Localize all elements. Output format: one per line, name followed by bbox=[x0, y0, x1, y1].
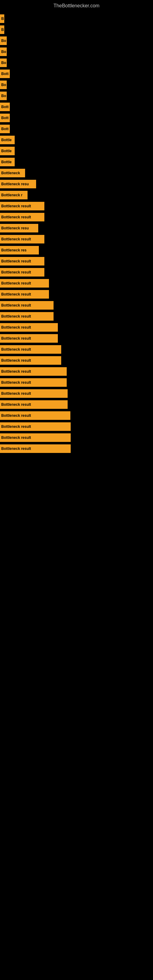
bar-row: Bottleneck result bbox=[0, 311, 153, 322]
bar-label: Bottle bbox=[0, 158, 15, 166]
bar-label: Bottleneck result bbox=[0, 202, 45, 210]
bar-row: Bottle bbox=[0, 156, 153, 167]
bar-label: Bottleneck result bbox=[0, 323, 58, 332]
bar-label: Bottle bbox=[0, 147, 15, 155]
bar-row: Bottleneck bbox=[0, 167, 153, 178]
bar-row: Bottleneck resu bbox=[0, 178, 153, 189]
bar-label: Bottleneck result bbox=[0, 444, 71, 453]
bar-row: Bottleneck result bbox=[0, 421, 153, 432]
bar-row: Bott bbox=[0, 123, 153, 134]
bar-label: Bottleneck result bbox=[0, 235, 45, 243]
bar-label: Bottleneck result bbox=[0, 312, 54, 321]
bar-label: Bo bbox=[0, 81, 7, 89]
bar-row: B bbox=[0, 24, 153, 35]
bar-row: Bottleneck r bbox=[0, 189, 153, 200]
bars-container: BBBoBoBoBottBoBoBottBottBottBottleBottle… bbox=[0, 10, 153, 457]
bar-row: Bo bbox=[0, 90, 153, 101]
bar-label: Bottle bbox=[0, 136, 15, 144]
bar-label: Bottleneck res bbox=[0, 246, 39, 255]
bar-label: Bo bbox=[0, 59, 7, 67]
bar-label: Bottleneck result bbox=[0, 345, 61, 354]
bar-label: Bottleneck result bbox=[0, 411, 70, 420]
bar-label: Bottleneck result bbox=[0, 334, 58, 343]
bar-row: Bottleneck result bbox=[0, 256, 153, 267]
bar-label: Bottleneck result bbox=[0, 422, 71, 431]
bar-row: Bottleneck result bbox=[0, 289, 153, 300]
bar-label: Bott bbox=[0, 114, 10, 122]
bar-row: B bbox=[0, 13, 153, 24]
bar-label: Bottleneck bbox=[0, 169, 25, 177]
bar-row: Bottleneck result bbox=[0, 267, 153, 278]
bar-label: Bottleneck resu bbox=[0, 224, 38, 232]
bar-row: Bo bbox=[0, 79, 153, 90]
bar-row: Bottleneck result bbox=[0, 212, 153, 223]
bar-row: Bottleneck result bbox=[0, 399, 153, 410]
bar-label: Bottleneck r bbox=[0, 191, 27, 199]
bar-label: Bott bbox=[0, 103, 10, 111]
bar-row: Bottleneck result bbox=[0, 344, 153, 355]
site-title: TheBottlenecker.com bbox=[0, 0, 153, 10]
bar-row: Bottleneck result bbox=[0, 300, 153, 311]
bar-row: Bott bbox=[0, 68, 153, 79]
bar-label: Bottleneck result bbox=[0, 301, 54, 310]
bar-row: Bottleneck result bbox=[0, 410, 153, 421]
bar-row: Bott bbox=[0, 101, 153, 112]
bar-row: Bottleneck result bbox=[0, 388, 153, 399]
bar-row: Bottleneck result bbox=[0, 432, 153, 443]
bar-row: Bottleneck result bbox=[0, 322, 153, 333]
bar-row: Bottleneck result bbox=[0, 377, 153, 388]
bar-row: Bottleneck resu bbox=[0, 223, 153, 234]
bar-label: Bottleneck result bbox=[0, 433, 71, 442]
bar-row: Bottleneck result bbox=[0, 355, 153, 366]
bar-label: Bottleneck result bbox=[0, 279, 49, 288]
bar-label: Bott bbox=[0, 125, 10, 133]
bar-row: Bottleneck result bbox=[0, 278, 153, 289]
bar-row: Bottleneck res bbox=[0, 245, 153, 256]
bar-row: Bottleneck result bbox=[0, 366, 153, 377]
bar-row: Bottleneck result bbox=[0, 234, 153, 245]
bar-label: Bott bbox=[0, 70, 10, 78]
bar-row: Bo bbox=[0, 35, 153, 46]
bar-label: Bottleneck result bbox=[0, 400, 68, 409]
bar-row: Bottleneck result bbox=[0, 443, 153, 454]
bar-label: Bottleneck result bbox=[0, 290, 49, 299]
bar-label: Bo bbox=[0, 92, 7, 100]
bar-label: Bottleneck result bbox=[0, 268, 45, 277]
bar-label: B bbox=[0, 14, 4, 23]
bar-label: Bottleneck result bbox=[0, 378, 67, 387]
bar-label: Bottleneck resu bbox=[0, 180, 36, 188]
bar-row: Bo bbox=[0, 46, 153, 57]
bar-row: Bo bbox=[0, 57, 153, 68]
bar-label: Bo bbox=[0, 48, 7, 56]
bar-row: Bottle bbox=[0, 134, 153, 145]
bar-label: Bottleneck result bbox=[0, 257, 45, 266]
bar-row: Bottleneck result bbox=[0, 200, 153, 212]
bar-label: Bottleneck result bbox=[0, 356, 61, 365]
bar-row: Bottle bbox=[0, 145, 153, 156]
bar-label: Bottleneck result bbox=[0, 389, 68, 398]
bar-label: Bo bbox=[0, 37, 7, 45]
bar-label: B bbox=[0, 25, 4, 34]
bar-row: Bott bbox=[0, 112, 153, 123]
bar-label: Bottleneck result bbox=[0, 213, 45, 221]
bar-row: Bottleneck result bbox=[0, 333, 153, 344]
bar-label: Bottleneck result bbox=[0, 367, 67, 376]
